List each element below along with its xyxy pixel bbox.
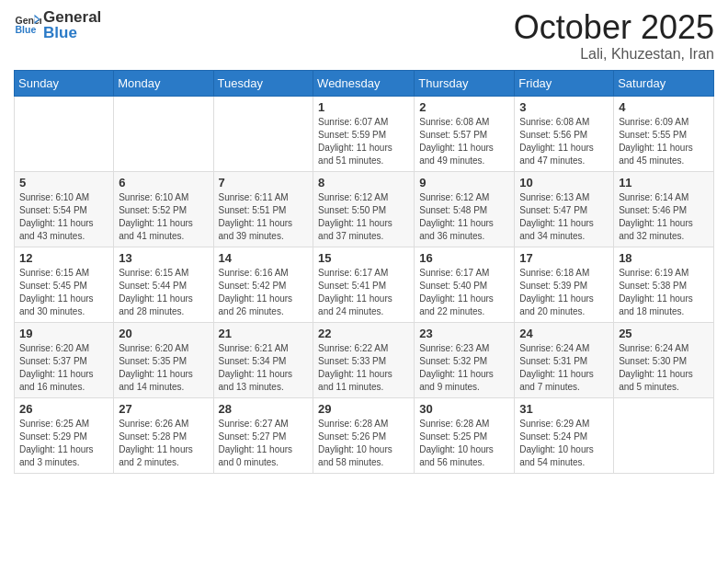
table-row: 28Sunrise: 6:27 AMSunset: 5:27 PMDayligh…: [213, 397, 313, 473]
day-number: 2: [419, 100, 509, 114]
header-monday: Monday: [114, 70, 213, 96]
header-friday: Friday: [515, 70, 614, 96]
day-number: 12: [19, 251, 108, 265]
table-row: 25Sunrise: 6:24 AMSunset: 5:30 PMDayligh…: [614, 322, 714, 397]
day-info: Sunrise: 6:12 AMSunset: 5:50 PMDaylight:…: [318, 191, 409, 243]
calendar-week-2: 5Sunrise: 6:10 AMSunset: 5:54 PMDaylight…: [15, 171, 714, 247]
day-number: 7: [219, 176, 309, 190]
table-row: 22Sunrise: 6:22 AMSunset: 5:33 PMDayligh…: [313, 322, 415, 397]
table-row: 31Sunrise: 6:29 AMSunset: 5:24 PMDayligh…: [515, 397, 614, 473]
day-info: Sunrise: 6:15 AMSunset: 5:45 PMDaylight:…: [19, 267, 108, 318]
logo-icon: General Blue: [14, 11, 41, 39]
day-number: 1: [318, 100, 409, 114]
day-number: 4: [619, 100, 709, 114]
calendar-week-3: 12Sunrise: 6:15 AMSunset: 5:45 PMDayligh…: [15, 247, 714, 322]
table-row: 11Sunrise: 6:14 AMSunset: 5:46 PMDayligh…: [614, 171, 714, 247]
table-row: 29Sunrise: 6:28 AMSunset: 5:26 PMDayligh…: [313, 397, 415, 473]
calendar-week-5: 26Sunrise: 6:25 AMSunset: 5:29 PMDayligh…: [15, 397, 714, 473]
header-wednesday: Wednesday: [313, 70, 415, 96]
day-info: Sunrise: 6:16 AMSunset: 5:42 PMDaylight:…: [219, 267, 309, 318]
day-info: Sunrise: 6:12 AMSunset: 5:48 PMDaylight:…: [419, 191, 509, 243]
day-info: Sunrise: 6:23 AMSunset: 5:32 PMDaylight:…: [419, 342, 509, 394]
header-tuesday: Tuesday: [213, 70, 313, 96]
table-row: 27Sunrise: 6:26 AMSunset: 5:28 PMDayligh…: [114, 397, 213, 473]
day-number: 8: [318, 176, 409, 190]
calendar-week-4: 19Sunrise: 6:20 AMSunset: 5:37 PMDayligh…: [15, 322, 714, 397]
table-row: 15Sunrise: 6:17 AMSunset: 5:41 PMDayligh…: [313, 247, 415, 322]
table-row: 1Sunrise: 6:07 AMSunset: 5:59 PMDaylight…: [313, 96, 415, 171]
header-thursday: Thursday: [415, 70, 515, 96]
day-number: 30: [419, 402, 509, 416]
table-row: 5Sunrise: 6:10 AMSunset: 5:54 PMDaylight…: [15, 171, 114, 247]
table-row: 19Sunrise: 6:20 AMSunset: 5:37 PMDayligh…: [15, 322, 114, 397]
table-row: [213, 96, 313, 171]
day-info: Sunrise: 6:19 AMSunset: 5:38 PMDaylight:…: [619, 267, 709, 318]
header-saturday: Saturday: [614, 70, 714, 96]
table-row: 9Sunrise: 6:12 AMSunset: 5:48 PMDaylight…: [415, 171, 515, 247]
day-info: Sunrise: 6:24 AMSunset: 5:31 PMDaylight:…: [519, 342, 609, 394]
day-number: 31: [519, 402, 609, 416]
table-row: [15, 96, 114, 171]
day-number: 17: [519, 251, 609, 265]
day-number: 16: [419, 251, 509, 265]
day-info: Sunrise: 6:17 AMSunset: 5:40 PMDaylight:…: [419, 267, 509, 318]
table-row: 3Sunrise: 6:08 AMSunset: 5:56 PMDaylight…: [515, 96, 614, 171]
day-info: Sunrise: 6:26 AMSunset: 5:28 PMDaylight:…: [119, 418, 208, 469]
day-info: Sunrise: 6:25 AMSunset: 5:29 PMDaylight:…: [19, 418, 108, 469]
day-number: 11: [619, 176, 709, 190]
day-number: 19: [19, 327, 108, 340]
table-row: 26Sunrise: 6:25 AMSunset: 5:29 PMDayligh…: [15, 397, 114, 473]
table-row: 2Sunrise: 6:08 AMSunset: 5:57 PMDaylight…: [415, 96, 515, 171]
table-row: 21Sunrise: 6:21 AMSunset: 5:34 PMDayligh…: [213, 322, 313, 397]
title-block: October 2025 Lali, Khuzestan, Iran: [514, 9, 714, 63]
table-row: 6Sunrise: 6:10 AMSunset: 5:52 PMDaylight…: [114, 171, 213, 247]
day-info: Sunrise: 6:11 AMSunset: 5:51 PMDaylight:…: [219, 191, 309, 243]
table-row: 12Sunrise: 6:15 AMSunset: 5:45 PMDayligh…: [15, 247, 114, 322]
table-row: 30Sunrise: 6:28 AMSunset: 5:25 PMDayligh…: [415, 397, 515, 473]
day-number: 24: [519, 327, 609, 340]
day-info: Sunrise: 6:22 AMSunset: 5:33 PMDaylight:…: [318, 342, 409, 394]
table-row: 17Sunrise: 6:18 AMSunset: 5:39 PMDayligh…: [515, 247, 614, 322]
table-row: 14Sunrise: 6:16 AMSunset: 5:42 PMDayligh…: [213, 247, 313, 322]
day-info: Sunrise: 6:17 AMSunset: 5:41 PMDaylight:…: [318, 267, 409, 318]
day-info: Sunrise: 6:29 AMSunset: 5:24 PMDaylight:…: [519, 418, 609, 469]
day-info: Sunrise: 6:20 AMSunset: 5:35 PMDaylight:…: [119, 342, 208, 394]
day-info: Sunrise: 6:27 AMSunset: 5:27 PMDaylight:…: [219, 418, 309, 469]
table-row: 24Sunrise: 6:24 AMSunset: 5:31 PMDayligh…: [515, 322, 614, 397]
day-info: Sunrise: 6:10 AMSunset: 5:52 PMDaylight:…: [119, 191, 208, 243]
day-info: Sunrise: 6:14 AMSunset: 5:46 PMDaylight:…: [619, 191, 709, 243]
day-number: 5: [19, 176, 108, 190]
day-info: Sunrise: 6:24 AMSunset: 5:30 PMDaylight:…: [619, 342, 709, 394]
logo-blue: Blue: [43, 25, 101, 40]
day-number: 23: [419, 327, 509, 340]
day-number: 27: [119, 402, 208, 416]
day-info: Sunrise: 6:28 AMSunset: 5:25 PMDaylight:…: [419, 418, 509, 469]
day-number: 14: [219, 251, 309, 265]
header-sunday: Sunday: [15, 70, 114, 96]
day-info: Sunrise: 6:08 AMSunset: 5:56 PMDaylight:…: [519, 116, 609, 167]
svg-text:Blue: Blue: [16, 24, 37, 35]
day-number: 28: [219, 402, 309, 416]
table-row: 7Sunrise: 6:11 AMSunset: 5:51 PMDaylight…: [213, 171, 313, 247]
page-header: General Blue General Blue October 2025 L…: [14, 9, 714, 63]
table-row: 20Sunrise: 6:20 AMSunset: 5:35 PMDayligh…: [114, 322, 213, 397]
calendar-week-1: 1Sunrise: 6:07 AMSunset: 5:59 PMDaylight…: [15, 96, 714, 171]
table-row: [114, 96, 213, 171]
day-number: 6: [119, 176, 208, 190]
day-info: Sunrise: 6:09 AMSunset: 5:55 PMDaylight:…: [619, 116, 709, 167]
day-info: Sunrise: 6:13 AMSunset: 5:47 PMDaylight:…: [519, 191, 609, 243]
day-number: 20: [119, 327, 208, 340]
day-info: Sunrise: 6:20 AMSunset: 5:37 PMDaylight:…: [19, 342, 108, 394]
day-info: Sunrise: 6:08 AMSunset: 5:57 PMDaylight:…: [419, 116, 509, 167]
day-info: Sunrise: 6:07 AMSunset: 5:59 PMDaylight:…: [318, 116, 409, 167]
day-info: Sunrise: 6:18 AMSunset: 5:39 PMDaylight:…: [519, 267, 609, 318]
day-number: 3: [519, 100, 609, 114]
day-info: Sunrise: 6:21 AMSunset: 5:34 PMDaylight:…: [219, 342, 309, 394]
day-number: 25: [619, 327, 709, 340]
month-title: October 2025: [514, 9, 714, 46]
day-number: 15: [318, 251, 409, 265]
calendar-header-row: Sunday Monday Tuesday Wednesday Thursday…: [15, 70, 714, 96]
table-row: 10Sunrise: 6:13 AMSunset: 5:47 PMDayligh…: [515, 171, 614, 247]
logo: General Blue General Blue: [14, 9, 101, 40]
table-row: 18Sunrise: 6:19 AMSunset: 5:38 PMDayligh…: [614, 247, 714, 322]
